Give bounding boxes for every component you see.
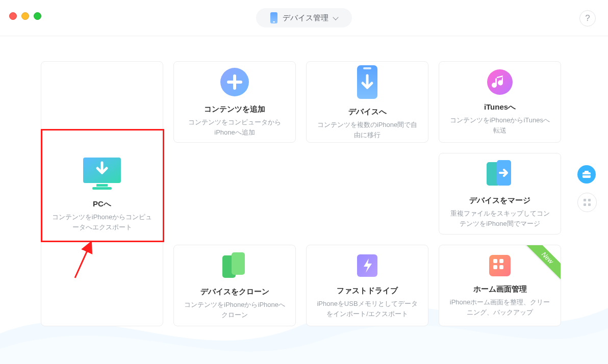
- svg-rect-14: [499, 259, 503, 263]
- chevron-down-icon: [333, 14, 338, 20]
- card-desc: 重複ファイルをスキップしてコンテンツをiPhone間でマージ: [448, 209, 551, 228]
- svg-rect-20: [582, 174, 591, 175]
- dock-grid-button[interactable]: [577, 193, 597, 212]
- svg-rect-2: [92, 187, 112, 190]
- svg-rect-22: [588, 199, 591, 201]
- new-badge: New: [525, 245, 561, 281]
- card-desc: コンテンツをiPhoneからiPhoneへクローン: [183, 300, 286, 320]
- svg-rect-15: [493, 265, 497, 269]
- card-desc: コンテンツをiPhoneからiTunesへ転送: [448, 115, 551, 135]
- card-desc: iPhoneホーム画面を整理、クリーニング、バックアップ: [448, 297, 551, 317]
- card-merge-device[interactable]: デバイスをマージ 重複ファイルをスキップしてコンテンツをiPhone間でマージ: [439, 153, 561, 235]
- action-grid: PCへ コンテンツをiPhoneからコンピュータへエクスポート コンテンツを追加…: [41, 61, 561, 326]
- home-grid-icon: [488, 254, 512, 279]
- monitor-download-icon: [81, 155, 123, 194]
- card-title: PCへ: [93, 199, 111, 209]
- svg-rect-23: [584, 203, 586, 206]
- svg-rect-5: [363, 67, 371, 69]
- card-title: デバイスをマージ: [469, 196, 530, 205]
- card-desc: コンテンツをiPhoneからコンピュータへエクスポート: [50, 212, 154, 232]
- card-add-content[interactable]: コンテンツを追加 コンテンツをコンピュータからiPhoneへ追加: [173, 61, 296, 143]
- merge-phones-icon: [485, 159, 515, 191]
- svg-rect-24: [588, 203, 591, 206]
- clone-phones-icon: [221, 251, 248, 282]
- card-title: iTunesへ: [484, 102, 516, 112]
- card-title: コンテンツを追加: [204, 105, 265, 114]
- card-title: デバイスをクローン: [200, 287, 269, 297]
- minimize-window-button[interactable]: [21, 12, 29, 20]
- svg-rect-10: [232, 252, 245, 275]
- card-desc: コンテンツをコンピュータからiPhoneへ追加: [183, 117, 286, 137]
- svg-rect-13: [493, 259, 497, 263]
- card-desc: コンテンツを複数のiPhone間で自由に移行: [316, 120, 419, 140]
- card-title: ファストドライブ: [337, 286, 398, 296]
- window-controls: [9, 12, 41, 20]
- card-clone-device[interactable]: デバイスをクローン コンテンツをiPhoneからiPhoneへクローン: [173, 245, 296, 326]
- mode-label: デバイス管理: [283, 13, 328, 23]
- card-title: ホーム画面管理: [473, 284, 527, 294]
- card-title: デバイスへ: [348, 107, 387, 117]
- dock-toolbox-button[interactable]: [577, 165, 596, 184]
- card-desc: iPhoneをUSBメモリとしてデータをインポート/エクスポート: [316, 299, 419, 319]
- svg-rect-16: [499, 265, 503, 269]
- fast-drive-icon: [355, 252, 379, 281]
- card-to-itunes[interactable]: iTunesへ コンテンツをiPhoneからiTunesへ転送: [439, 61, 561, 143]
- close-window-button[interactable]: [9, 12, 17, 20]
- svg-rect-21: [584, 199, 586, 201]
- view-dock: [577, 165, 597, 212]
- phone-download-icon: [356, 64, 378, 102]
- svg-rect-1: [96, 184, 108, 187]
- fullscreen-window-button[interactable]: [34, 12, 41, 20]
- mode-selector[interactable]: デバイス管理: [256, 8, 352, 28]
- itunes-icon: [487, 69, 513, 97]
- card-to-pc[interactable]: PCへ コンテンツをiPhoneからコンピュータへエクスポート: [41, 61, 163, 326]
- plus-circle-icon: [219, 67, 250, 99]
- card-to-device[interactable]: デバイスへ コンテンツを複数のiPhone間で自由に移行: [306, 61, 428, 143]
- device-icon: [270, 12, 277, 23]
- help-button[interactable]: ?: [579, 10, 596, 27]
- card-fast-drive[interactable]: ファストドライブ iPhoneをUSBメモリとしてデータをインポート/エクスポー…: [306, 245, 428, 326]
- titlebar: デバイス管理 ?: [0, 0, 608, 36]
- svg-rect-19: [585, 171, 589, 173]
- card-home-screen[interactable]: New ホーム画面管理 iPhoneホーム画面を整理、クリーニング、バックアップ: [439, 245, 561, 326]
